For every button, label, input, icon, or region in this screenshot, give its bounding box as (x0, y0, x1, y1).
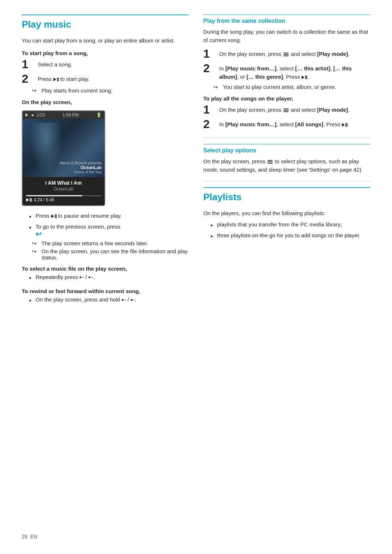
step-2-block: 2 Press to start play. (22, 73, 189, 85)
r-step-2-num: 2 (203, 62, 216, 74)
bullet-prev-indent1: ↪ The play screen returns a few seconds … (32, 240, 189, 247)
playlist-bullet-2-text: three playlists-on-the-go for you to add… (217, 232, 360, 238)
progress-time: 4:24 / 5:45 (34, 197, 54, 202)
album-text: Above & Beyond presents OceanLab Sirens … (60, 161, 102, 174)
playlist-bullet-1: • playlists that you transfer from the P… (211, 221, 370, 230)
r-all-step-1-num: 1 (203, 104, 216, 115)
left-column: Play music You can start play from a son… (22, 15, 189, 532)
album-art-figure (30, 123, 62, 173)
separator-1 (203, 137, 370, 138)
step-2-indent: ↪ Play starts from current song. (32, 87, 189, 94)
r-step-2-indent: ↪ You start to play current artist, albu… (213, 84, 370, 90)
page-number: 28 (22, 534, 28, 539)
r-all-step-2: 2 In [Play music from…], select [All son… (203, 118, 370, 130)
r-step-1: 1 On the play screen, press and select [… (203, 48, 370, 59)
bullet-prev-screen: • To go to the previous screen, press↩ (29, 223, 189, 238)
play-collection-title: Play from the same collection (203, 15, 370, 24)
play-pause-icon-4 (342, 123, 347, 127)
track-count: ► 1/20 (25, 112, 45, 118)
nav-dots-rewind: + (122, 298, 126, 302)
player-top-bar: ► 1/20 1:09 PM 🔋 (23, 111, 105, 119)
album-name: OceanLab (60, 165, 102, 170)
player-song-info: I AM What I Am OceanLab (23, 177, 105, 193)
r-all-step-1-text: On the play screen, press and select [Pl… (219, 104, 350, 114)
bullet-pause-text: Press to pause and resume play. (36, 213, 122, 219)
select-play-title: Select play options (203, 144, 370, 154)
nav-dots-left: + (79, 276, 84, 279)
step-2-number: 2 (22, 73, 35, 85)
player-progress: 4:24 / 5:45 (23, 193, 105, 205)
page-footer: 28 EN (22, 534, 37, 539)
play-music-title: Play music (22, 15, 189, 30)
select-music-bullet: • Repeatedly press + / + . (29, 274, 189, 283)
select-music-label: To select a music file on the play scree… (22, 266, 189, 272)
player-play-pause-icon (26, 197, 32, 202)
r-step-2: 2 In [Play music from…], select [… this … (203, 62, 370, 81)
progress-times: 4:24 / 5:45 (26, 197, 101, 202)
rewind-label: To rewind or fast forward within current… (22, 288, 189, 294)
step-1-block: 1 Select a song. (22, 58, 189, 70)
playlists-title: Playlists (203, 187, 370, 203)
start-play-label: To start play from a song, (22, 50, 189, 56)
playlists-intro: On the players, you can find the followi… (203, 209, 370, 218)
r-all-step-2-text: In [Play music from…], select [All songs… (219, 118, 349, 129)
nav-dots-right: + (89, 276, 93, 279)
back-icon: ↩ (36, 230, 42, 238)
progress-bar-bg (26, 195, 101, 196)
page-lang: EN (30, 534, 37, 539)
bullet-prev-indent2: ↪ On the play screen, you can see the fi… (32, 248, 189, 260)
play-pause-icon-1 (53, 78, 59, 81)
menu-icon-1 (283, 53, 289, 56)
menu-icon-3 (268, 160, 273, 164)
album-artist: Above & Beyond presents (60, 161, 102, 165)
r-step-1-text: On the play screen, press and select [Pl… (219, 48, 350, 58)
rewind-text: On the play screen, press and hold + / +… (36, 296, 136, 303)
playlist-bullet-1-text: playlists that you transfer from the PC … (217, 221, 342, 227)
select-play-text: On the play screen, press to select play… (203, 157, 370, 174)
play-collection-intro: During the song play, you can switch to … (203, 28, 370, 44)
player-screen: ► 1/20 1:09 PM 🔋 Above & Beyond presents… (22, 110, 105, 206)
bullet-pause-resume: • Press to pause and resume play. (29, 213, 189, 222)
player-time: 1:09 PM (62, 112, 79, 118)
progress-bar-fill (26, 195, 82, 196)
song-title: I AM What I Am (26, 180, 101, 186)
step-1-number: 1 (22, 58, 35, 70)
right-column: Play from the same collection During the… (203, 15, 370, 532)
nav-dots-ff: + (131, 298, 135, 302)
bullet-prev-text: To go to the previous screen, press↩ (36, 223, 120, 238)
r-step-1-num: 1 (203, 48, 216, 59)
menu-icon-2 (283, 108, 289, 112)
song-artist: OceanLab (26, 186, 101, 192)
separator-2 (203, 181, 370, 181)
player-album-art: Above & Beyond presents OceanLab Sirens … (23, 119, 105, 177)
play-pause-icon-2 (51, 214, 57, 218)
rewind-bullet: • On the play screen, press and hold + /… (29, 296, 189, 305)
step-1-text: Select a song. (38, 58, 72, 69)
play-all-label: To play all the songs on the player, (203, 95, 370, 102)
r-all-step-2-num: 2 (203, 118, 216, 130)
play-pause-icon-3 (302, 75, 307, 79)
on-play-screen-label: On the play screen, (22, 99, 189, 105)
intro-text: You can start play from a song, or play … (22, 37, 189, 45)
r-step-2-text: In [Play music from…], select [… this ar… (219, 62, 370, 81)
step-2-text: Press to start play. (38, 73, 89, 83)
select-music-text: Repeatedly press + / + . (36, 274, 94, 280)
r-all-step-1: 1 On the play screen, press and select [… (203, 104, 370, 115)
album-sub: Sirens of the Sea (60, 170, 102, 174)
playlist-bullet-2: • three playlists-on-the-go for you to a… (211, 232, 370, 241)
